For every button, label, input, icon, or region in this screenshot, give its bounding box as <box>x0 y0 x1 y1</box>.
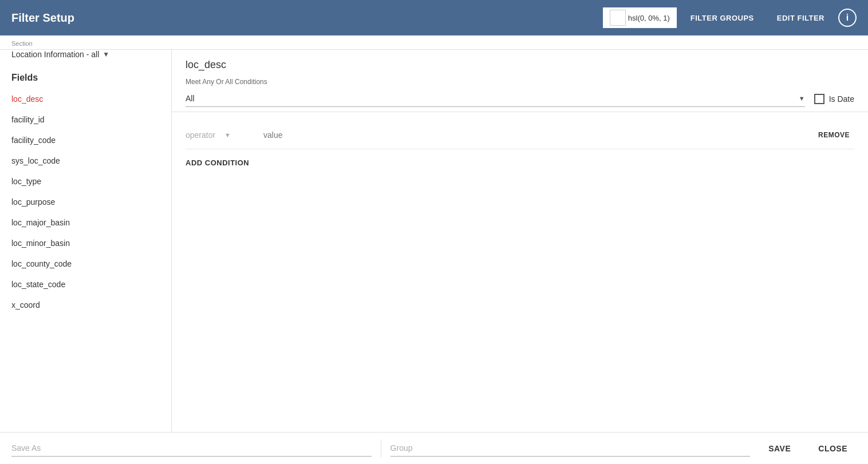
dialog-title: Filter Setup <box>11 11 603 25</box>
footer: SAVE CLOSE <box>0 432 868 464</box>
list-item[interactable]: x_coord <box>0 295 171 315</box>
content-area: Location Information - all ▼ Fields loc_… <box>0 49 868 432</box>
conditions-select-wrapper: All Any ▼ <box>186 90 805 107</box>
is-date-label: Is Date <box>829 94 854 104</box>
selected-field-title: loc_desc <box>186 59 854 71</box>
edit-filter-button[interactable]: EDIT FILTER <box>768 9 834 27</box>
header: Filter Setup hsl(0, 0%, 1) FILTER GROUPS… <box>0 0 868 35</box>
operator-select[interactable]: operator = != contains starts with <box>186 130 222 140</box>
filter-setup-dialog: Filter Setup hsl(0, 0%, 1) FILTER GROUPS… <box>0 0 868 464</box>
operator-dropdown-arrow-icon: ▼ <box>224 132 231 138</box>
list-item[interactable]: facility_id <box>0 109 171 130</box>
close-button[interactable]: CLOSE <box>809 439 857 458</box>
info-button[interactable]: i <box>838 9 857 27</box>
section-dropdown-arrow-icon[interactable]: ▼ <box>102 50 109 58</box>
list-item[interactable]: loc_type <box>0 171 171 192</box>
section-dropdown-text: Location Information - all <box>11 50 99 59</box>
conditions-label: Meet Any Or All Conditions <box>186 78 854 86</box>
list-item[interactable]: loc_minor_basin <box>0 233 171 253</box>
save-button[interactable]: SAVE <box>759 439 800 458</box>
list-item[interactable]: loc_state_code <box>0 274 171 295</box>
conditions-select[interactable]: All Any <box>186 90 799 106</box>
list-item[interactable]: loc_county_code <box>0 253 171 274</box>
condition-row: operator = != contains starts with ▼ REM… <box>186 121 854 149</box>
list-item[interactable]: facility_code <box>0 130 171 150</box>
color-value-label: hsl(0, 0%, 1) <box>628 14 670 22</box>
section-dropdown-row: Location Information - all ▼ <box>0 50 171 64</box>
add-condition-button[interactable]: ADD CONDITION <box>186 149 249 176</box>
conditions-dropdown-arrow-icon: ▼ <box>799 95 805 102</box>
left-panel: Location Information - all ▼ Fields loc_… <box>0 50 172 432</box>
color-swatch-container[interactable]: hsl(0, 0%, 1) <box>603 7 677 28</box>
list-item[interactable]: loc_purpose <box>0 192 171 212</box>
list-item[interactable]: loc_desc <box>0 89 171 109</box>
info-icon: i <box>846 13 849 23</box>
is-date-wrapper: Is Date <box>814 94 854 104</box>
filter-groups-button[interactable]: FILTER GROUPS <box>681 9 763 27</box>
condition-value-input[interactable] <box>263 128 804 142</box>
is-date-checkbox[interactable] <box>814 94 824 104</box>
group-input[interactable] <box>390 440 751 457</box>
list-item[interactable]: loc_major_basin <box>0 212 171 233</box>
section-label: Section <box>11 40 33 47</box>
fields-header: Fields <box>0 64 171 89</box>
list-item[interactable]: sys_loc_code <box>0 150 171 171</box>
right-panel-header: loc_desc Meet Any Or All Conditions All … <box>172 50 868 112</box>
conditions-area: operator = != contains starts with ▼ REM… <box>172 112 868 432</box>
header-actions: hsl(0, 0%, 1) FILTER GROUPS EDIT FILTER … <box>603 7 857 28</box>
body: Section Location Information - all ▼ Fie… <box>0 35 868 432</box>
remove-condition-button[interactable]: REMOVE <box>814 129 854 141</box>
color-preview <box>610 10 626 26</box>
fields-list-container: loc_desc facility_id facility_code sys_l… <box>0 89 171 432</box>
conditions-row: All Any ▼ Is Date <box>186 90 854 107</box>
operator-select-wrapper: operator = != contains starts with ▼ <box>186 130 254 140</box>
fields-list: loc_desc facility_id facility_code sys_l… <box>0 89 171 315</box>
right-panel: loc_desc Meet Any Or All Conditions All … <box>172 50 868 432</box>
section-row: Section <box>0 35 868 49</box>
footer-divider <box>381 440 381 457</box>
save-as-input[interactable] <box>11 440 372 457</box>
